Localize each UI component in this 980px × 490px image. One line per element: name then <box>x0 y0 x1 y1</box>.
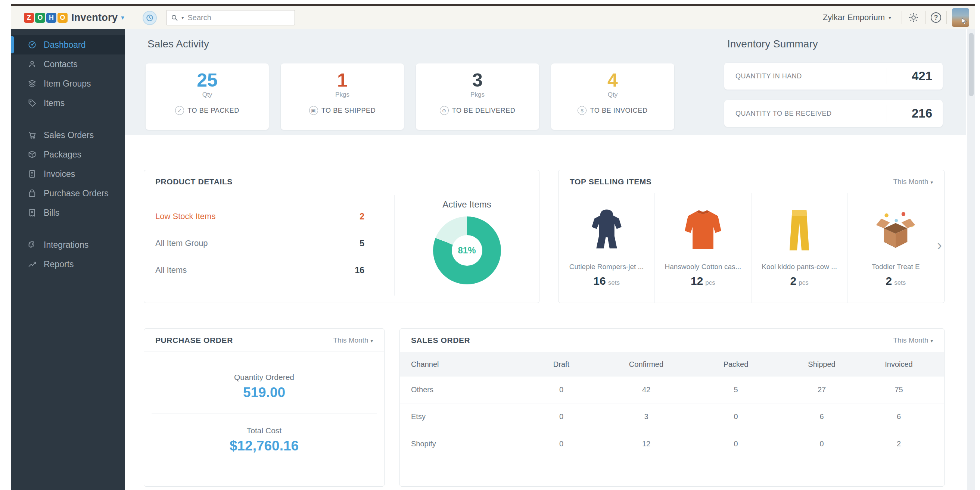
pants-product-image <box>783 204 815 253</box>
draft-cell: 0 <box>523 440 600 448</box>
invoiced-unit: Qty <box>551 91 674 99</box>
product-qty: 2 <box>886 275 892 287</box>
to-be-delivered-card[interactable]: 3 Pkgs ⊙TO BE DELIVERED <box>416 64 539 130</box>
column-header: Shipped <box>779 360 865 369</box>
product-details-list: Low Stock Items 2 All Item Group 5 All I… <box>144 193 394 303</box>
active-items-percent: 81% <box>433 216 501 284</box>
product-details-title: PRODUCT DETAILS <box>155 177 232 186</box>
app-switcher-caret-icon[interactable]: ▾ <box>121 14 124 22</box>
purchase-order-period-dropdown[interactable]: This Month▾ <box>333 336 373 344</box>
top-bar: Z O H O Inventory ▾ ▾ Zylkar Emporium <box>11 6 975 29</box>
sidebar-item-label: Dashboard <box>44 40 86 50</box>
sidebar-item-packages[interactable]: Packages <box>11 145 125 164</box>
dollar-circle-icon: $ <box>578 106 587 115</box>
active-items-donut-chart: 81% <box>433 216 501 284</box>
recent-activity-icon[interactable] <box>143 11 157 25</box>
scrollbar-thumb[interactable] <box>969 33 974 96</box>
top-selling-item[interactable]: Toddler Treat E 2sets <box>848 193 944 303</box>
quantity-to-be-received-label: QUANTITY TO BE RECEIVED <box>724 110 887 118</box>
sidebar-item-purchase-orders[interactable]: Purchase Orders <box>11 184 125 203</box>
product-unit: sets <box>894 279 906 286</box>
document-icon <box>28 169 37 178</box>
low-stock-items-row[interactable]: Low Stock Items 2 <box>155 203 364 230</box>
logo-letter: Z <box>24 13 34 23</box>
to-be-packed-card[interactable]: 25 Qty ✓TO BE PACKED <box>146 64 269 130</box>
search-input[interactable] <box>187 13 290 22</box>
logo-letter: H <box>46 13 56 23</box>
product-qty: 12 <box>690 275 703 287</box>
brand-area[interactable]: Z O H O Inventory ▾ <box>24 6 124 29</box>
confirmed-cell: 3 <box>600 412 693 421</box>
table-row: Etsy 0 3 0 6 6 <box>400 403 944 430</box>
top-selling-item[interactable]: Kool kiddo pants-cow ... 2pcs <box>751 193 848 303</box>
all-items-row[interactable]: All Items 16 <box>155 257 364 284</box>
shipped-status-label: TO BE SHIPPED <box>321 107 376 115</box>
chevron-down-icon: ▾ <box>370 338 373 344</box>
sidebar-item-label: Purchase Orders <box>44 188 109 199</box>
help-icon[interactable]: ? <box>931 12 941 23</box>
sidebar-item-label: Items <box>44 98 65 108</box>
sidebar-item-invoices[interactable]: Invoices <box>11 164 125 184</box>
quantity-ordered-value: 519.00 <box>144 385 384 401</box>
org-caret-icon[interactable]: ▾ <box>889 14 891 21</box>
to-be-shipped-card[interactable]: 1 Pkgs ▣TO BE SHIPPED <box>281 64 404 130</box>
sales-order-table-header: Channel Draft Confirmed Packed Shipped I… <box>400 352 944 377</box>
sidebar-item-contacts[interactable]: Contacts <box>11 54 125 74</box>
sidebar-item-sales-orders[interactable]: Sales Orders <box>11 126 125 145</box>
purchase-order-title: PURCHASE ORDER <box>155 336 233 345</box>
packed-count: 25 <box>146 69 269 91</box>
divider <box>947 11 947 24</box>
sidebar-item-item-groups[interactable]: Item Groups <box>11 74 125 93</box>
to-be-invoiced-card[interactable]: 4 Qty $TO BE INVOICED <box>551 64 674 130</box>
sidebar-item-label: Sales Orders <box>44 130 94 140</box>
sidebar-group-gap <box>11 223 125 235</box>
product-unit: pcs <box>705 279 715 286</box>
sidebar-item-dashboard[interactable]: Dashboard <box>11 35 125 54</box>
layers-icon <box>28 79 37 88</box>
user-avatar[interactable] <box>952 8 969 27</box>
invoiced-cell: 6 <box>865 412 933 421</box>
chevron-down-icon: ▾ <box>930 338 933 344</box>
sales-order-title: SALES ORDER <box>411 336 470 345</box>
confirmed-cell: 12 <box>600 440 693 448</box>
dashboard-gauge-icon <box>28 40 37 49</box>
vertical-scrollbar[interactable] <box>967 29 975 490</box>
sidebar-item-label: Bills <box>44 208 59 218</box>
shipped-cell: 27 <box>779 385 865 394</box>
quantity-to-be-received-value: 216 <box>887 105 943 122</box>
top-selling-item[interactable]: Cutiepie Rompers-jet ... 16sets <box>558 193 655 303</box>
sidebar-item-bills[interactable]: Bills <box>11 203 125 223</box>
app-title: Inventory <box>71 12 118 24</box>
romper-product-image <box>587 204 626 253</box>
all-items-value: 16 <box>355 265 364 275</box>
delivered-status-label: TO BE DELIVERED <box>452 107 515 115</box>
top-selling-items-card: TOP SELLING ITEMS This Month▾ Cutiepie R… <box>558 170 945 303</box>
sales-order-card: SALES ORDER This Month▾ Channel Draft Co… <box>399 328 945 487</box>
column-header: Channel <box>400 360 523 369</box>
box-circle-icon: ▣ <box>309 106 318 115</box>
org-selector[interactable]: Zylkar Emporium <box>823 13 885 22</box>
packed-unit: Qty <box>146 91 269 99</box>
sales-order-period-dropdown[interactable]: This Month▾ <box>893 336 933 344</box>
top-selling-period-dropdown[interactable]: This Month▾ <box>893 178 933 186</box>
top-bar-right: Zylkar Emporium ▾ ? <box>823 6 969 29</box>
scroll-right-chevron-icon[interactable]: › <box>937 238 942 252</box>
quantity-in-hand-label: QUANTITY IN HAND <box>724 72 887 80</box>
activity-strip: Sales Activity Inventory Summary 25 Qty … <box>125 29 966 135</box>
delivered-count: 3 <box>416 69 539 91</box>
search-icon <box>171 14 178 22</box>
search-bar[interactable]: ▾ <box>166 10 295 25</box>
settings-gear-icon[interactable] <box>907 11 920 24</box>
sidebar-item-integrations[interactable]: Integrations <box>11 235 125 255</box>
all-item-group-row[interactable]: All Item Group 5 <box>155 230 364 257</box>
sidebar-item-reports[interactable]: Reports <box>11 255 125 274</box>
shopping-bag-icon <box>28 189 37 198</box>
search-scope-caret-icon[interactable]: ▾ <box>181 15 184 21</box>
top-selling-header: TOP SELLING ITEMS This Month▾ <box>558 170 944 193</box>
draft-cell: 0 <box>523 412 600 421</box>
quantity-in-hand-value: 421 <box>887 68 943 84</box>
logo-letter: O <box>35 13 45 23</box>
top-selling-item[interactable]: Hanswooly Cotton cas... 12pcs <box>655 193 751 303</box>
purchase-order-header: PURCHASE ORDER This Month▾ <box>144 329 384 352</box>
sidebar-item-items[interactable]: Items <box>11 93 125 113</box>
